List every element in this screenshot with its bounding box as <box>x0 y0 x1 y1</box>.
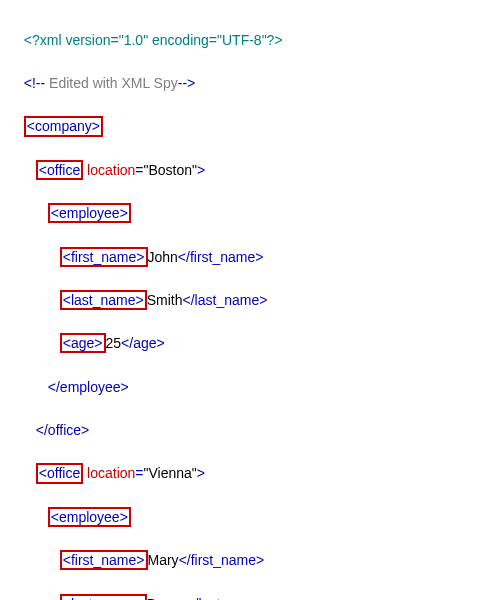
office-open-line: <office location="Vienna"> <box>16 442 484 485</box>
office-open-gt: > <box>197 465 205 481</box>
loc-attr-name: location <box>83 465 135 481</box>
last-name-open: <last_name> <box>60 290 147 310</box>
company-open-tag: <company> <box>24 116 103 136</box>
comment-open: <!-- <box>24 75 45 91</box>
last-name-value: Brown <box>147 596 187 600</box>
office-close-line: </office> <box>16 398 484 441</box>
first-name-line: <first_name>Mary</first_name> <box>16 529 484 572</box>
first-name-open: <first_name> <box>60 247 148 267</box>
company-open-line: <company> <box>16 95 484 138</box>
employee-close-tag: </employee> <box>48 379 129 395</box>
age-open: <age> <box>60 333 106 353</box>
last-name-line: <last_name>Smith</last_name> <box>16 268 484 311</box>
comment-close: --> <box>178 75 196 91</box>
loc-value: "Boston" <box>144 162 198 178</box>
xml-declaration: <?xml version="1.0" encoding="UTF-8"?> <box>16 8 484 51</box>
employee-open-line: <employee> <box>16 485 484 528</box>
employee-close-line: </employee> <box>16 355 484 398</box>
first-name-value: Mary <box>148 552 179 568</box>
xml-comment: <!-- Edited with XML Spy--> <box>16 51 484 94</box>
employee-open-tag: <employee> <box>48 507 131 527</box>
first-name-close: </first_name> <box>178 249 264 265</box>
office-open-tag: <office <box>36 463 83 483</box>
first-name-close: </first_name> <box>179 552 265 568</box>
first-name-line: <first_name>John</first_name> <box>16 225 484 268</box>
last-name-open: <last_name> <box>60 594 147 600</box>
office-open-tag: <office <box>36 160 83 180</box>
office-open-gt: > <box>197 162 205 178</box>
last-name-close: </last_name> <box>183 292 268 308</box>
last-name-close: </last_name> <box>186 596 271 600</box>
office-close-tag: </office> <box>36 422 89 438</box>
xml-decl-text: <?xml version="1.0" encoding="UTF-8"?> <box>24 32 283 48</box>
loc-eq: = <box>135 162 143 178</box>
first-name-value: John <box>148 249 178 265</box>
loc-eq: = <box>135 465 143 481</box>
employee-open-tag: <employee> <box>48 203 131 223</box>
age-line: <age>25</age> <box>16 312 484 355</box>
age-close: </age> <box>121 335 165 351</box>
loc-value: "Vienna" <box>144 465 197 481</box>
office-open-line: <office location="Boston"> <box>16 138 484 181</box>
last-name-line: <last_name>Brown</last_name> <box>16 572 484 600</box>
first-name-open: <first_name> <box>60 550 148 570</box>
loc-attr-name: location <box>83 162 135 178</box>
last-name-value: Smith <box>147 292 183 308</box>
employee-open-line: <employee> <box>16 182 484 225</box>
age-value: 25 <box>106 335 122 351</box>
comment-body: Edited with XML Spy <box>45 75 178 91</box>
